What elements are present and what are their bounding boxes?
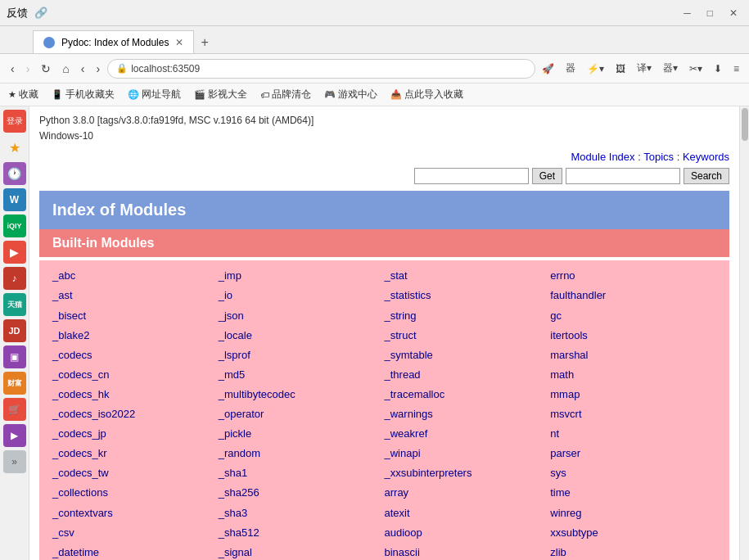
tianjin-icon[interactable]: 天猫 bbox=[3, 293, 26, 316]
prev-history-btn[interactable]: ‹ bbox=[77, 61, 89, 77]
right-scrollbar[interactable] bbox=[739, 106, 749, 560]
module-link[interactable]: sys bbox=[550, 464, 716, 482]
new-tab-btn[interactable]: + bbox=[194, 32, 214, 53]
translate-btn[interactable]: 译▾ bbox=[634, 60, 655, 77]
bookmark-mobile[interactable]: 📱 手机收藏夹 bbox=[47, 86, 120, 103]
shop-icon[interactable]: 🛒 bbox=[3, 398, 26, 421]
module-link[interactable]: _lsprof bbox=[219, 346, 385, 364]
search-input[interactable] bbox=[566, 168, 680, 184]
get-btn[interactable]: Get bbox=[532, 168, 562, 184]
module-link[interactable]: nt bbox=[550, 425, 716, 443]
module-link[interactable]: _multibytecodec bbox=[219, 386, 385, 404]
module-link[interactable]: atexit bbox=[385, 504, 551, 522]
grid-btn[interactable]: 器▾ bbox=[660, 60, 681, 77]
module-link[interactable]: _xxsubinterpreters bbox=[385, 464, 551, 482]
music-icon[interactable]: ♪ bbox=[3, 267, 26, 290]
module-link[interactable]: errno bbox=[550, 267, 716, 285]
module-link[interactable]: _codecs_iso2022 bbox=[52, 405, 219, 423]
search-btn[interactable]: Search bbox=[684, 168, 729, 184]
module-link[interactable]: gc bbox=[550, 307, 716, 325]
module-link[interactable]: _stat bbox=[385, 267, 551, 285]
module-link[interactable]: _operator bbox=[219, 405, 385, 423]
video2-icon[interactable]: ▶ bbox=[3, 424, 26, 447]
module-link[interactable]: _sha1 bbox=[219, 464, 385, 482]
module-link[interactable]: math bbox=[550, 366, 716, 384]
module-link[interactable]: _tracemalloc bbox=[385, 386, 551, 404]
module-link[interactable]: _signal bbox=[219, 544, 385, 560]
history-icon[interactable]: 🕐 bbox=[3, 162, 26, 185]
module-link[interactable]: _sha512 bbox=[219, 524, 385, 542]
active-tab[interactable]: Pydoc: Index of Modules ✕ bbox=[33, 30, 194, 53]
module-link[interactable]: _contextvars bbox=[52, 504, 219, 522]
module-link[interactable]: itertools bbox=[550, 327, 716, 345]
extensions-btn[interactable]: 器 bbox=[562, 60, 579, 77]
favorites-icon[interactable]: ★ bbox=[3, 136, 26, 159]
module-link[interactable]: marshal bbox=[550, 346, 716, 364]
module-link[interactable]: _blake2 bbox=[52, 327, 219, 345]
bookmark-tool[interactable]: 🚀 bbox=[539, 61, 557, 76]
scroll-thumb[interactable] bbox=[742, 108, 748, 141]
module-link[interactable]: _codecs_cn bbox=[52, 366, 219, 384]
module-link[interactable]: _sha3 bbox=[219, 504, 385, 522]
module-link[interactable]: _abc bbox=[52, 267, 219, 285]
maximize-btn[interactable]: □ bbox=[702, 7, 718, 19]
module-link[interactable]: _weakref bbox=[385, 425, 551, 443]
module-link[interactable]: winreg bbox=[550, 504, 716, 522]
bookmark-favorites[interactable]: ★ 收藏 bbox=[3, 86, 43, 103]
login-btn[interactable]: 登录 bbox=[3, 110, 26, 133]
module-link[interactable]: zlib bbox=[550, 544, 716, 560]
bookmark-game[interactable]: 🎮 游戏中心 bbox=[319, 86, 382, 103]
get-input[interactable] bbox=[414, 168, 529, 184]
module-link[interactable]: _csv bbox=[52, 524, 219, 542]
module-link[interactable]: _json bbox=[219, 307, 385, 325]
keywords-link[interactable]: Keywords bbox=[683, 151, 729, 163]
module-link[interactable]: time bbox=[550, 484, 716, 502]
iqiyi-icon[interactable]: iQIY bbox=[3, 215, 26, 237]
more-icon[interactable]: » bbox=[3, 450, 26, 473]
bookmark-video[interactable]: 🎬 影视大全 bbox=[189, 86, 252, 103]
module-link[interactable]: mmap bbox=[550, 386, 716, 404]
flash-btn[interactable]: ⚡▾ bbox=[584, 61, 607, 76]
module-link[interactable]: _statistics bbox=[385, 287, 551, 305]
back-btn[interactable]: ‹ bbox=[7, 61, 19, 77]
minimize-btn[interactable]: ─ bbox=[679, 7, 696, 19]
close-btn[interactable]: ✕ bbox=[724, 7, 742, 19]
module-link[interactable]: _codecs_kr bbox=[52, 445, 219, 463]
module-link[interactable]: _io bbox=[219, 287, 385, 305]
module-link[interactable]: _codecs_tw bbox=[52, 464, 219, 482]
window-controls[interactable]: ─ □ ✕ bbox=[679, 7, 742, 19]
module-link[interactable]: faulthandler bbox=[550, 287, 716, 305]
module-link[interactable]: _codecs bbox=[52, 346, 219, 364]
next-history-btn[interactable]: › bbox=[92, 61, 104, 77]
module-link[interactable]: xxsubtype bbox=[550, 524, 716, 542]
bookmark-import[interactable]: 📥 点此导入收藏 bbox=[386, 86, 468, 103]
module-link[interactable]: _pickle bbox=[219, 425, 385, 443]
module-link[interactable]: _thread bbox=[385, 366, 551, 384]
module-link[interactable]: _codecs_jp bbox=[52, 425, 219, 443]
module-index-link[interactable]: Module Index bbox=[571, 151, 635, 163]
play-icon[interactable]: ▶ bbox=[3, 241, 26, 264]
topics-link[interactable]: Topics bbox=[643, 151, 674, 163]
module-link[interactable]: binascii bbox=[385, 544, 551, 560]
bookmark-brand[interactable]: 🏷 品牌清仓 bbox=[255, 86, 316, 103]
page-scroll-area[interactable]: Python 3.8.0 [tags/v3.8.0:fa919fd, MSC v… bbox=[29, 106, 739, 560]
wealth-icon[interactable]: 财富 bbox=[3, 372, 26, 395]
download-btn[interactable]: ⬇ bbox=[711, 61, 725, 76]
module-link[interactable]: _winapi bbox=[385, 445, 551, 463]
module-link[interactable]: _ast bbox=[52, 287, 219, 305]
module-link[interactable]: _codecs_hk bbox=[52, 386, 219, 404]
cut-btn[interactable]: ✂▾ bbox=[686, 61, 706, 76]
forward-btn[interactable]: › bbox=[22, 61, 34, 77]
screenshot-btn[interactable]: 🖼 bbox=[612, 61, 629, 76]
module-link[interactable]: _string bbox=[385, 307, 551, 325]
module-link[interactable]: _sha256 bbox=[219, 484, 385, 502]
module-link[interactable]: _warnings bbox=[385, 405, 551, 423]
module-link[interactable]: _collections bbox=[52, 484, 219, 502]
module-link[interactable]: _bisect bbox=[52, 307, 219, 325]
word-icon[interactable]: W bbox=[3, 188, 26, 211]
module-link[interactable]: audioop bbox=[385, 524, 551, 542]
module-link[interactable]: parser bbox=[550, 445, 716, 463]
tab-close-btn[interactable]: ✕ bbox=[175, 37, 183, 48]
box-icon[interactable]: ▣ bbox=[3, 345, 26, 368]
module-link[interactable]: _symtable bbox=[385, 346, 551, 364]
